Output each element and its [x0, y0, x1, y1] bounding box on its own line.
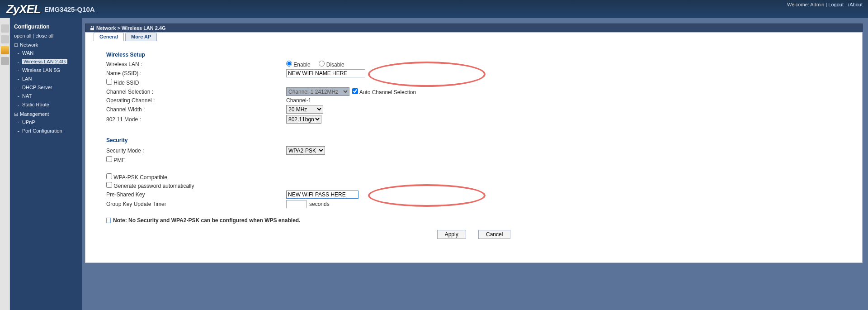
- brand-logo: ZyXEL: [6, 2, 41, 16]
- mode-select[interactable]: 802.11bgn: [286, 115, 321, 124]
- label-wlan: Wireless LAN :: [96, 61, 286, 67]
- label-ssid: Name (SSID) :: [96, 70, 286, 76]
- breadcrumb: Network > Wireless LAN 2.4G: [85, 24, 863, 32]
- sidebar-item-port-config[interactable]: Port Configuration: [16, 127, 78, 135]
- sidebar: Configuration open all|close all ⊟Networ…: [10, 18, 82, 310]
- left-icon-strip: [0, 18, 10, 310]
- label-channel-width: Channel Width :: [96, 106, 286, 113]
- radio-disable[interactable]: Disable: [319, 61, 344, 68]
- checkbox-hide-ssid[interactable]: Hide SSID: [106, 79, 139, 86]
- label-channel-selection: Channel Selection :: [96, 89, 286, 95]
- strip-icon-configuration[interactable]: [1, 46, 9, 54]
- sidebar-ops: open all|close all: [14, 32, 78, 40]
- channel-select[interactable]: Channel-1 2412MHz: [286, 87, 349, 96]
- tab-general[interactable]: General: [94, 32, 124, 41]
- section-wireless-setup: Wireless Setup: [106, 52, 851, 58]
- tab-more-ap[interactable]: More AP: [125, 32, 157, 41]
- top-banner: ZyXEL EMG3425-Q10A Welcome: Admin | Logo…: [0, 0, 868, 18]
- top-right-links: Welcome: Admin | Logout iAbout: [787, 2, 863, 7]
- about-link[interactable]: About: [849, 2, 863, 7]
- operating-channel-value: Channel-1: [286, 97, 311, 104]
- radio-enable[interactable]: Enable: [286, 61, 311, 68]
- sidebar-item-wlan24[interactable]: Wireless LAN 2.4G: [16, 57, 78, 66]
- sidebar-item-upnp[interactable]: UPnP: [16, 118, 78, 127]
- info-icon: i: [848, 2, 849, 7]
- content-panel: General More AP Wireless Setup Wireless …: [85, 32, 863, 263]
- psk-input[interactable]: [286, 191, 359, 199]
- ssid-input[interactable]: [286, 69, 365, 77]
- security-mode-select[interactable]: WPA2-PSK: [286, 146, 325, 155]
- seconds-label: seconds: [309, 201, 330, 207]
- strip-icon[interactable]: [1, 57, 9, 65]
- channel-width-select[interactable]: 20 MHz: [286, 105, 323, 114]
- apply-button[interactable]: Apply: [437, 230, 466, 239]
- lock-icon: [90, 26, 94, 30]
- sidebar-item-static-route[interactable]: Static Route: [16, 100, 78, 109]
- sidebar-item-lan[interactable]: LAN: [16, 75, 78, 83]
- label-mode: 802.11 Mode :: [96, 116, 286, 123]
- strip-icon[interactable]: [1, 35, 9, 43]
- sidebar-item-wan[interactable]: WAN: [16, 49, 78, 57]
- label-operating-channel: Operating Channel :: [96, 97, 286, 104]
- section-security: Security: [106, 137, 851, 143]
- sidebar-title: Configuration: [14, 23, 78, 31]
- logout-link[interactable]: Logout: [828, 2, 844, 7]
- checkbox-wpa-compat[interactable]: WPA-PSK Compatible: [106, 173, 167, 181]
- note-icon: [106, 218, 111, 223]
- label-security-mode: Security Mode :: [96, 148, 286, 154]
- sidebar-item-nat[interactable]: NAT: [16, 92, 78, 100]
- sidebar-item-wlan5[interactable]: Wireless LAN 5G: [16, 66, 78, 75]
- checkbox-pmf[interactable]: PMF: [106, 156, 125, 163]
- checkbox-gen-password[interactable]: Generate password automatically: [106, 182, 194, 189]
- open-all-link[interactable]: open all: [14, 33, 32, 38]
- close-all-link[interactable]: close all: [35, 33, 53, 38]
- sidebar-group-network[interactable]: ⊟Network: [14, 41, 78, 49]
- sidebar-group-management[interactable]: ⊟Management: [14, 110, 78, 118]
- cancel-button[interactable]: Cancel: [478, 230, 510, 239]
- wps-note: Note: No Security and WPA2-PSK can be co…: [106, 217, 851, 224]
- group-key-timer-input[interactable]: [286, 200, 307, 208]
- sidebar-item-dhcp[interactable]: DHCP Server: [16, 83, 78, 92]
- checkbox-auto-channel[interactable]: Auto Channel Selection: [352, 88, 416, 95]
- welcome-text: Welcome: Admin |: [787, 2, 827, 7]
- label-psk: Pre-Shared Key: [96, 191, 286, 198]
- model-name: EMG3425-Q10A: [44, 5, 95, 13]
- strip-icon[interactable]: [1, 24, 9, 33]
- label-group-key-timer: Group Key Update Timer: [96, 201, 286, 207]
